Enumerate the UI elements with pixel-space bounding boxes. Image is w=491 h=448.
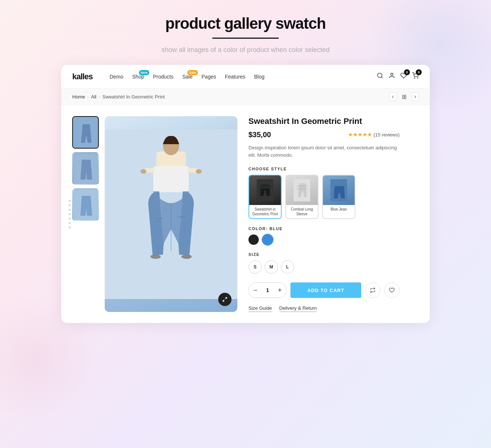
grid-view-icon[interactable]: ⊞ [400,93,409,101]
thumbnail-2[interactable] [72,152,99,185]
breadcrumb-home[interactable]: Home [72,94,85,100]
breadcrumb-current: Sweatshirt In Geometric Print [102,94,165,100]
wishlist-icon-btn[interactable]: 0 [400,72,407,81]
nav-products[interactable]: Products [149,72,177,82]
style-bluejean-img [323,176,355,205]
user-icon [389,72,395,79]
prev-product-btn[interactable]: ‹ [389,92,396,101]
size-s-btn[interactable]: S [248,260,262,274]
nav-icons: 0 0 [377,72,419,81]
wishlist-btn[interactable] [384,282,400,298]
search-icon [377,72,383,79]
nav-features[interactable]: Features [221,72,249,82]
expand-image-btn[interactable] [218,293,231,306]
nav-shop-badge: New [139,70,150,75]
wishlist-count: 0 [404,69,410,75]
compare-icon [370,287,376,293]
size-guide-link[interactable]: Size Guide [248,305,272,312]
product-links: Size Guide Delivery & Return [248,305,400,312]
product-price: $35,00 [248,131,271,139]
size-m-btn[interactable]: M [265,260,278,274]
delivery-return-link[interactable]: Delivery & Return [279,305,317,312]
nav-sale-badge: Sale [187,70,198,75]
compare-btn[interactable] [365,282,380,298]
style-sweatshirt-img [249,176,281,205]
next-product-btn[interactable]: › [412,92,419,101]
breadcrumb-sep-2: › [98,94,100,100]
thumb-img-1 [73,117,99,149]
nav-products-label: Products [153,74,173,80]
breadcrumb-all[interactable]: All [91,94,96,100]
color-swatch-black[interactable] [248,235,259,245]
qty-increase-btn[interactable]: + [273,282,286,298]
store-card: kalles Demo Shop New Products Sale Sale … [61,65,430,323]
svg-rect-14 [156,218,163,219]
header-underline [212,38,279,39]
style-bluejean[interactable]: Blue Jean [322,175,355,219]
cart-count: 0 [416,69,422,75]
nav-pages[interactable]: Pages [198,72,220,82]
dot-5 [69,218,71,220]
nav-shop[interactable]: Shop New [129,72,148,82]
product-title: Sweatshirt In Geometric Print [248,116,400,127]
left-dots [69,200,71,229]
nav-blog-label: Blog [254,74,264,80]
stars: ★★★★★ [348,131,372,138]
dot-2 [69,204,71,206]
product-description: Design inspiration lorem ipsum dolor sit… [248,144,400,160]
page-title: product gallery swatch [161,15,330,32]
svg-point-21 [181,254,192,259]
main-product-image [105,116,237,312]
nav-blog[interactable]: Blog [250,72,268,82]
thumb-img-3 [73,189,99,221]
svg-point-3 [414,78,415,79]
size-l-btn[interactable]: L [281,260,294,274]
nav-features-label: Features [225,74,245,80]
svg-point-0 [377,73,382,77]
style-sweatshirt-label: Sweatshirt inGeometric Print [249,205,281,218]
svg-point-20 [150,254,161,259]
style-combat-svg [291,179,313,201]
page-header: product gallery swatch show all images o… [161,15,330,54]
svg-rect-15 [157,221,161,222]
price-row: $35,00 ★★★★★ (15 reviews) [248,131,400,139]
quantity-value: 1 [262,287,273,293]
nav-demo-label: Demo [109,74,123,80]
svg-line-1 [381,77,382,78]
color-row [248,235,400,245]
nav-pages-label: Pages [202,74,216,80]
nav-logo[interactable]: kalles [72,72,93,81]
style-sweatshirt[interactable]: Sweatshirt inGeometric Print [248,175,282,219]
size-label: SIZE [248,252,400,257]
review-count: (15 reviews) [373,132,400,138]
svg-rect-23 [260,185,271,189]
thumbnail-3[interactable] [72,188,99,221]
page-subtitle: show all images of a color of product wh… [161,46,330,54]
dot-1 [69,200,71,202]
thumbnail-list [72,116,99,312]
add-to-cart-btn[interactable]: ADD TO CART [290,282,361,298]
wishlist-heart-icon [389,287,395,293]
cart-icon-btn[interactable]: 0 [412,72,419,81]
style-label: CHOOSE STYLE [248,167,400,171]
color-swatch-blue[interactable] [262,235,273,245]
nav-sale[interactable]: Sale Sale [178,72,196,82]
style-combat[interactable]: Combat Long Sleeve [285,175,318,219]
star-rating: ★★★★★ (15 reviews) [348,131,400,138]
style-bluejean-label: Blue Jean [323,205,355,213]
product-svg [105,129,237,299]
color-label: COLOR: BLUE [248,226,400,231]
qty-decrease-btn[interactable]: − [249,282,262,298]
search-icon-btn[interactable] [377,72,383,81]
svg-point-2 [391,73,393,75]
breadcrumb-nav: ‹ ⊞ › [389,92,419,101]
quantity-control: − 1 + [248,282,287,298]
nav-bar: kalles Demo Shop New Products Sale Sale … [61,65,430,88]
dot-4 [69,213,71,215]
thumbnail-1[interactable] [72,116,99,149]
thumb-img-2 [73,153,99,185]
style-combat-label: Combat Long Sleeve [286,205,318,218]
nav-demo[interactable]: Demo [106,72,127,82]
expand-icon [222,297,227,302]
user-icon-btn[interactable] [389,72,395,81]
